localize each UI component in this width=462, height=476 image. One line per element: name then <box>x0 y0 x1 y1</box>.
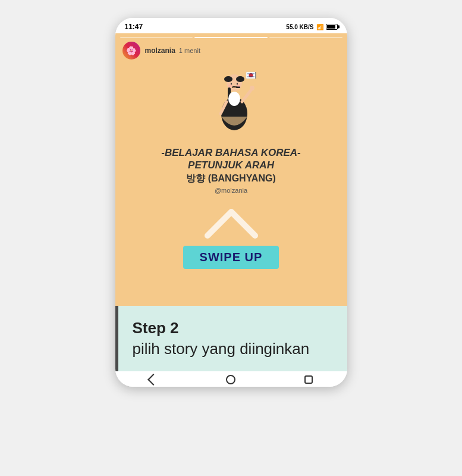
swipe-up-button[interactable]: SWIPE UP <box>183 246 279 269</box>
handle-label: @molzania <box>161 187 301 194</box>
outer-container: 11:47 55.0 KB/S 📶 🌸 molzania <box>0 0 462 476</box>
username-label: molzania <box>145 46 175 55</box>
caption-description: pilih story yang diinginkan <box>133 339 333 359</box>
progress-bar-area <box>115 33 347 38</box>
story-text-content: -BELAJAR BAHASA KOREA- PETUNJUK ARAH 방향 … <box>149 143 313 197</box>
character-area <box>115 66 347 143</box>
story-header: 🌸 molzania 1 menit <box>115 38 347 63</box>
svg-point-6 <box>224 76 232 82</box>
status-bar: 11:47 55.0 KB/S 📶 <box>115 18 347 33</box>
status-right-icons: 55.0 KB/S 📶 <box>286 24 337 30</box>
korean-title: 방향 (BANGHYANG) <box>161 173 301 185</box>
svg-point-11 <box>236 83 237 84</box>
svg-line-16 <box>242 89 252 102</box>
caption-step: Step 2 <box>133 318 333 339</box>
character-illustration <box>196 66 267 143</box>
back-button-icon[interactable] <box>147 374 159 386</box>
signal-icon: 📶 <box>316 24 323 30</box>
nav-bar <box>115 371 347 387</box>
time-ago-label: 1 menit <box>179 47 200 54</box>
svg-point-10 <box>230 83 231 84</box>
recents-button-icon[interactable] <box>304 375 313 384</box>
svg-point-13 <box>237 84 240 87</box>
main-title: -BELAJAR BAHASA KOREA- <box>161 146 301 159</box>
phone-frame: 11:47 55.0 KB/S 📶 🌸 molzania <box>115 18 347 387</box>
chevron-area <box>205 206 258 239</box>
status-time: 11:47 <box>125 23 143 31</box>
svg-point-15 <box>228 92 240 106</box>
bottom-caption: Step 2 pilih story yang diinginkan <box>115 306 347 371</box>
story-user-info: molzania 1 menit <box>145 46 200 55</box>
sub-title: PETUNJUK ARAH <box>161 159 301 171</box>
svg-point-7 <box>236 76 244 82</box>
battery-icon <box>326 24 338 30</box>
svg-point-12 <box>228 84 232 87</box>
status-network-info: 55.0 KB/S <box>286 24 313 30</box>
story-container[interactable]: 🌸 molzania 1 menit <box>115 33 347 306</box>
svg-point-18 <box>250 86 254 90</box>
avatar[interactable]: 🌸 <box>122 42 140 60</box>
home-button-icon[interactable] <box>226 375 235 384</box>
chevron-up-icon <box>205 206 258 239</box>
